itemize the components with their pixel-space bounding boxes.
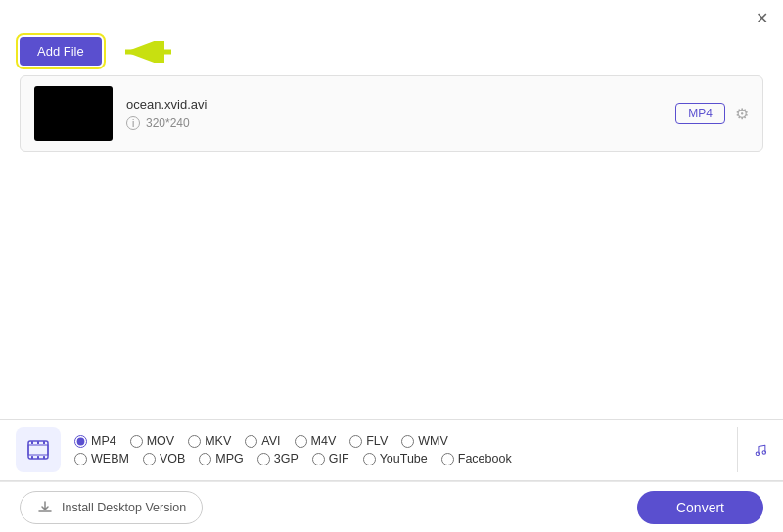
radio-avi-input[interactable]	[245, 435, 257, 448]
radio-flv-input[interactable]	[349, 435, 362, 448]
gear-icon[interactable]: ⚙	[735, 105, 749, 123]
radio-avi[interactable]: AVI	[245, 434, 280, 448]
file-list: ocean.xvid.avi i 320*240 MP4 ⚙	[20, 75, 763, 152]
format-badge[interactable]: MP4	[675, 103, 725, 124]
radio-avi-label: AVI	[261, 434, 280, 448]
film-icon	[25, 437, 51, 463]
radio-flv-label: FLV	[366, 434, 388, 448]
radio-wmv-input[interactable]	[401, 435, 414, 448]
info-icon[interactable]: i	[126, 116, 140, 130]
format-row-2: WEBM VOB MPG 3GP GIF	[74, 452, 512, 466]
radio-gif-label: GIF	[329, 452, 349, 466]
radio-gif-input[interactable]	[312, 453, 325, 466]
radio-flv[interactable]: FLV	[349, 434, 388, 448]
svg-rect-4	[31, 441, 33, 444]
radio-webm-label: WEBM	[91, 452, 129, 466]
file-actions: MP4 ⚙	[675, 103, 749, 124]
svg-rect-8	[37, 456, 39, 459]
radio-mov-label: MOV	[147, 434, 174, 448]
radio-facebook-input[interactable]	[441, 453, 454, 466]
content-area	[0, 152, 783, 357]
radio-vob[interactable]: VOB	[143, 452, 185, 466]
radio-vob-input[interactable]	[143, 453, 156, 466]
video-format-icon-area[interactable]	[16, 427, 61, 472]
radio-mp4-input[interactable]	[74, 435, 87, 448]
radio-wmv[interactable]: WMV	[401, 434, 448, 448]
svg-rect-5	[37, 441, 39, 444]
file-thumbnail	[34, 86, 113, 141]
radio-mov[interactable]: MOV	[130, 434, 174, 448]
radio-mp4[interactable]: MP4	[74, 434, 116, 448]
radio-m4v[interactable]: M4V	[295, 434, 337, 448]
action-bar: Install Desktop Version Convert	[0, 481, 783, 532]
music-note-icon	[752, 437, 769, 463]
format-row-1: MP4 MOV MKV AVI M4V	[74, 434, 512, 448]
file-item: ocean.xvid.avi i 320*240 MP4 ⚙	[21, 76, 762, 151]
radio-mov-input[interactable]	[130, 435, 143, 448]
format-section: MP4 MOV MKV AVI M4V	[0, 420, 737, 480]
install-button[interactable]: Install Desktop Version	[20, 491, 203, 524]
format-bar: MP4 MOV MKV AVI M4V	[0, 419, 783, 481]
radio-m4v-input[interactable]	[295, 435, 307, 448]
radio-3gp-input[interactable]	[257, 453, 270, 466]
file-meta: i 320*240	[126, 116, 662, 130]
svg-rect-3	[28, 445, 48, 455]
radio-mkv-label: MKV	[205, 434, 231, 448]
close-button[interactable]: ✕	[752, 8, 771, 27]
install-label: Install Desktop Version	[62, 501, 186, 514]
arrow-hint	[117, 41, 176, 63]
svg-rect-7	[31, 456, 33, 459]
radio-youtube-label: YouTube	[380, 452, 428, 466]
radio-youtube-input[interactable]	[363, 453, 376, 466]
radio-mp4-label: MP4	[91, 434, 116, 448]
toolbar: Add File	[0, 31, 783, 75]
music-icon-area[interactable]	[738, 427, 783, 472]
radio-webm[interactable]: WEBM	[74, 452, 129, 466]
file-info: ocean.xvid.avi i 320*240	[126, 97, 662, 130]
radio-3gp-label: 3GP	[274, 452, 299, 466]
format-options: MP4 MOV MKV AVI M4V	[74, 434, 512, 466]
radio-3gp[interactable]: 3GP	[257, 452, 299, 466]
radio-mkv-input[interactable]	[188, 435, 201, 448]
file-dimensions: 320*240	[146, 116, 190, 130]
radio-youtube[interactable]: YouTube	[363, 452, 428, 466]
radio-vob-label: VOB	[160, 452, 185, 466]
radio-facebook-label: Facebook	[458, 452, 512, 466]
radio-m4v-label: M4V	[311, 434, 337, 448]
file-name: ocean.xvid.avi	[126, 97, 662, 111]
radio-mpg[interactable]: MPG	[199, 452, 243, 466]
svg-rect-6	[43, 441, 45, 444]
title-bar: ✕	[0, 0, 783, 31]
radio-mkv[interactable]: MKV	[188, 434, 231, 448]
radio-wmv-label: WMV	[418, 434, 448, 448]
download-icon	[36, 499, 54, 516]
radio-mpg-input[interactable]	[199, 453, 211, 466]
radio-mpg-label: MPG	[215, 452, 243, 466]
radio-gif[interactable]: GIF	[312, 452, 349, 466]
radio-facebook[interactable]: Facebook	[441, 452, 512, 466]
svg-rect-9	[43, 456, 45, 459]
convert-button[interactable]: Convert	[637, 491, 763, 524]
radio-webm-input[interactable]	[74, 453, 87, 466]
add-file-button[interactable]: Add File	[20, 37, 102, 66]
